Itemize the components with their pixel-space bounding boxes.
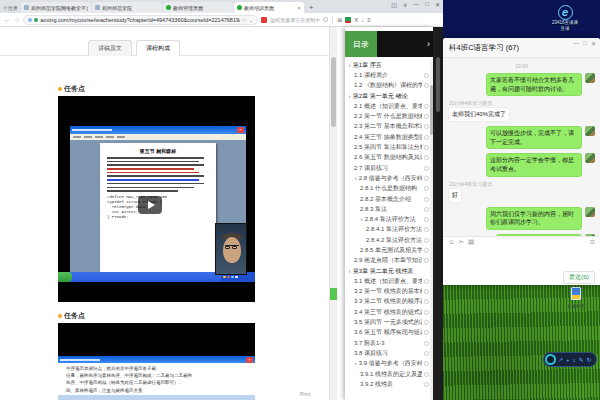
toc-item[interactable]: 3.8 课后练习 [345, 348, 429, 358]
download-icon[interactable]: ↓ [361, 17, 364, 23]
avatar[interactable] [585, 153, 595, 163]
toc-item[interactable]: 2.1 概述（知识要点、要求等） [345, 101, 429, 111]
site-info-icon[interactable] [28, 18, 32, 22]
message-bubble[interactable]: 可以放慢些步伐，完成不了，课下一定完成。 [486, 126, 582, 149]
toc-item[interactable]: 2.8.4.2 算法评价方法（2） [345, 235, 429, 245]
emoji-icon[interactable]: ☺ [448, 239, 455, 246]
tab-lecture-text[interactable]: 讲稿原文 [88, 40, 132, 56]
toc-item[interactable]: ∧ 3.9 借鉴与参考（西安科技大... [345, 359, 429, 369]
collapse-arrow-icon[interactable]: ∧ [354, 361, 357, 366]
recorder-plugin-icon[interactable] [261, 17, 267, 23]
url-field[interactable]: aoxing.com/mycourse/teacherstudy?chapter… [23, 15, 258, 25]
message-input[interactable] [443, 247, 600, 269]
toc-item[interactable]: 1.2 《数据结构》课程的学习与考试 [345, 81, 429, 91]
new-tab-button[interactable]: + [309, 3, 314, 12]
video-player-2[interactable]: × 中序遍历其根结点，然后依次中序遍历各子树。 但是，树的先序与森林先序、中序遍… [58, 323, 255, 400]
toc-item[interactable]: ∧ 第1章 序言 [345, 60, 429, 70]
collapse-arrow-icon[interactable]: ∧ [348, 269, 351, 274]
browser-tab[interactable]: 郑州师范学院 [92, 2, 162, 13]
toc-item[interactable]: 3.6 第五节 顺序实现与链表实现... [345, 328, 429, 338]
edge-scrollbar-thumb[interactable] [436, 57, 440, 112]
toc-item[interactable]: 2.3 第二节 基本概念和术语 [345, 122, 429, 132]
avatar[interactable] [585, 207, 595, 217]
thunder-extension-icon[interactable]: X [354, 17, 358, 23]
toc-item[interactable]: 2.8.5 单元测试及相关学习资料 [345, 245, 429, 255]
avatar[interactable] [585, 73, 595, 83]
bookmark-star-icon[interactable]: ☆ [14, 16, 20, 24]
toc-item[interactable]: 1.1 课程简介 [345, 70, 429, 80]
collapse-arrow-icon[interactable]: ∧ [348, 63, 351, 68]
doc-extension-icon[interactable] [345, 17, 351, 23]
toc-item[interactable]: 3.4 第三节 线性表的链式表示和... [345, 307, 429, 317]
toc-item[interactable]: 2.8.3 算法 [345, 204, 429, 214]
play-button[interactable] [138, 196, 162, 214]
collapse-chevron-icon[interactable]: › [427, 39, 430, 49]
screenshot-icon[interactable]: ✂ [459, 239, 464, 246]
collapse-arrow-icon[interactable]: ∧ [348, 94, 351, 99]
record-progress-ring[interactable] [545, 354, 556, 365]
collapse-arrow-icon[interactable]: ∧ [360, 217, 363, 222]
record-tool-icon[interactable]: ↗ [558, 357, 563, 363]
maximize-button[interactable]: □ [583, 40, 587, 47]
record-tool-icon[interactable]: ↻ [587, 357, 592, 363]
collapse-arrow-icon[interactable]: ∧ [354, 176, 357, 181]
record-tool-icon[interactable]: ✎ [579, 357, 584, 363]
toc-item[interactable]: 3.5 第四节 一元多项式的表示及... [345, 317, 429, 327]
toc-item[interactable]: 2.9 画龙点睛（本章节知识串讲与... [345, 256, 429, 266]
chat-history-icon[interactable]: ⊙ [590, 239, 595, 246]
toc-item[interactable]: ∧ 2.8 借鉴与参考（西安科技大... [345, 173, 429, 183]
browser-logo[interactable]: 个世界 [3, 5, 18, 11]
desktop-shortcut-live[interactable]: 直播助手 [561, 286, 591, 309]
toc-item[interactable]: ∧ 第3章 第二单元 线性表 [345, 266, 429, 276]
toc-item[interactable]: 3.9.1 线性表的定义及逻辑结构 [345, 369, 429, 379]
tab-course-structure[interactable]: 课程构成 [136, 40, 180, 56]
maximize-button[interactable]: □ [425, 1, 429, 8]
minimize-button[interactable]: — [413, 1, 419, 8]
message-bubble[interactable]: 大家若看不懂可结合文档多看几遍，有问题可随时群内讨论。 [486, 73, 582, 96]
panels-icon[interactable]: ◫ [391, 1, 397, 8]
send-button[interactable]: 发送(S) [563, 271, 595, 284]
toc-item[interactable]: ∧ 第2章 第一单元 绪论 [345, 91, 429, 101]
video-player-1[interactable]: × 第五节 树和森林 [58, 96, 255, 302]
close-button[interactable]: ✕ [591, 40, 596, 47]
toc-item[interactable]: 3.1 概述（知识要点、要求等） [345, 276, 429, 286]
back-icon[interactable]: ← [4, 16, 11, 23]
toc-item[interactable]: 3.3 第二节 线性表的顺序表示和... [345, 297, 429, 307]
toc-item[interactable]: 2.8.2 基本概念介绍 [345, 194, 429, 204]
toc-item[interactable]: 2.7 课后练习 [345, 163, 429, 173]
toc-item[interactable]: 2.4 第三节 抽象数据类型的表示... [345, 132, 429, 142]
browser-tab[interactable]: 教师培训页面 × [234, 2, 304, 13]
screen-record-toolbar[interactable]: ↗+♪✎↻ [543, 352, 597, 367]
toc-item[interactable]: 2.8.1 什么是数据结构 [345, 184, 429, 194]
browser-tab[interactable]: 郑州师范学院网络教学平台 [21, 2, 91, 13]
browser-tab[interactable]: 教师管理页面 [163, 2, 233, 13]
message-bubble[interactable]: 老师我们40%完成了 [448, 107, 510, 122]
toc-item[interactable]: 2.2 第一节 什么是数据结构 [345, 111, 429, 121]
message-bubble[interactable]: 这部分内容一定学会学懂，都是考试重点。 [486, 153, 582, 176]
desktop-shortcut-ie[interactable]: e 23416直播课 直播 [541, 2, 589, 32]
record-tool-icon[interactable]: + [566, 357, 570, 363]
toc-item[interactable]: 2.5 第四节 算法和算法分析 [345, 142, 429, 152]
toc-item[interactable]: 3.2 第一节 线性表的基本概念 [345, 287, 429, 297]
record-tool-icon[interactable]: ♪ [573, 357, 576, 363]
file-icon[interactable]: ▤ [468, 239, 474, 246]
toc-item[interactable]: 2.8.4.1 算法评价方法（1） [345, 225, 429, 235]
toc-item[interactable]: 3.7 附表1-3 [345, 338, 429, 348]
close-button[interactable]: ✕ [435, 1, 440, 8]
toc-title-button[interactable]: 目录 [345, 31, 377, 57]
page-scrollbar[interactable] [329, 27, 337, 400]
extensions-grid-icon[interactable]: ⊞ [337, 16, 342, 23]
url-text[interactable]: aoxing.com/mycourse/teacherstudy?chapter… [40, 17, 239, 23]
menu-icon[interactable]: ≡ [367, 17, 371, 23]
toc-collapse-bar[interactable]: › [377, 31, 433, 57]
tab-close-icon[interactable]: × [297, 5, 301, 11]
avatar[interactable] [585, 126, 595, 136]
message-bubble[interactable]: 好 [448, 188, 462, 203]
url-caret-icon[interactable]: ⌄ [249, 17, 254, 23]
print-control[interactable]: Print [300, 391, 310, 397]
message-bubble[interactable]: 周六我们仅学习新的内容，届时你们跟课同步学习。 [486, 207, 582, 230]
url-star-icon[interactable]: ☆ [242, 17, 247, 23]
minimize-button[interactable]: — [573, 40, 579, 47]
scrollbar-thumb[interactable] [331, 57, 336, 127]
toc-item[interactable]: ∧ 2.8.4 算法评价方法 [345, 214, 429, 224]
